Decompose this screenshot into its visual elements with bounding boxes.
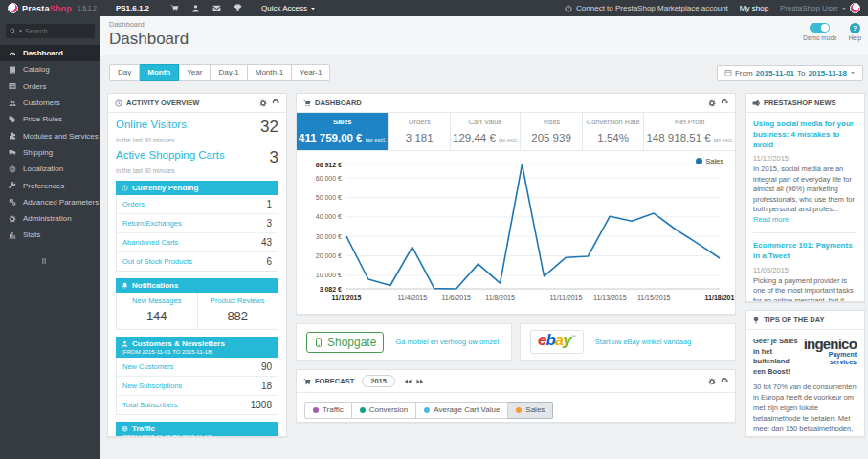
news-item-title[interactable]: Ecommerce 101: Payments in a Tweet — [753, 241, 857, 262]
plug-icon — [565, 5, 572, 12]
forward-icon[interactable] — [416, 378, 424, 385]
users-icon — [9, 99, 16, 107]
svg-text:11/4/2015: 11/4/2015 — [398, 295, 428, 301]
news-item-title[interactable]: Using social media for your business: 4 … — [753, 120, 857, 150]
sidebar-item-customers[interactable]: Customers — [0, 95, 100, 111]
marketplace-connect-link[interactable]: Connect to PrestaShop Marketplace accoun… — [565, 4, 728, 12]
cart-icon[interactable] — [170, 4, 179, 12]
lightbulb-icon — [752, 317, 760, 324]
customers-row-new-subscriptions[interactable]: New Subscriptions18 — [117, 377, 278, 396]
sidebar-item-localization[interactable]: Localization — [0, 161, 100, 177]
gear-icon[interactable] — [259, 99, 267, 107]
panel-title: TIPS OF THE DAY — [764, 316, 824, 324]
refresh-icon[interactable] — [721, 378, 728, 385]
my-shop-link[interactable]: My shop — [740, 4, 768, 12]
forecast-toggle-traffic[interactable]: Traffic — [304, 402, 352, 419]
kpi-conversion-rate[interactable]: Conversion Rate1.54% — [583, 113, 645, 150]
kpi-visits[interactable]: Visits205 939 — [521, 113, 583, 150]
user-menu[interactable]: PrestaShop User — [780, 3, 860, 13]
svg-text:11/1/2015: 11/1/2015 — [332, 295, 362, 301]
collapse-sidebar-icon[interactable] — [40, 257, 48, 265]
sidebar-item-advanced-parameters[interactable]: Advanced Parameters — [0, 194, 100, 210]
shopgate-logo: Shopgate — [306, 332, 384, 353]
new-messages-cell[interactable]: New Messages144 — [117, 293, 197, 329]
forecast-year[interactable]: 2015 — [362, 375, 395, 387]
online-visitors-value: 32 — [260, 119, 278, 135]
gear-icon[interactable] — [708, 99, 716, 107]
clock-icon — [115, 99, 122, 107]
cart-icon — [303, 99, 311, 107]
forecast-toggle-average-cart-value[interactable]: Average Cart Value — [416, 402, 508, 419]
user-icon — [122, 340, 128, 347]
sidebar-item-preferences[interactable]: Preferences — [0, 177, 100, 193]
customers-row-total-subscribers[interactable]: Total Subscribers1308 — [117, 396, 278, 414]
pending-row-abandoned-carts[interactable]: Abandoned Carts43 — [117, 233, 278, 252]
shopgate-link[interactable]: Ga mobiel en verhoog uw omzet — [395, 338, 499, 346]
user-icon[interactable] — [191, 4, 200, 12]
product-reviews-cell[interactable]: Product Reviews882 — [197, 293, 278, 329]
read-more-link[interactable]: Read more — [753, 215, 789, 224]
sidebar-item-shipping[interactable]: Shipping — [0, 144, 100, 161]
sidebar-search[interactable] — [6, 24, 95, 38]
svg-text:3 082 €: 3 082 € — [320, 286, 342, 293]
forecast-toggle-sales[interactable]: Sales — [508, 402, 553, 419]
kpi-cart-value[interactable]: Cart Value129,44 € tax excl. — [451, 113, 521, 150]
active-carts-link[interactable]: Active Shopping Carts — [116, 149, 225, 165]
globe-icon — [122, 426, 128, 432]
range-day-1-button[interactable]: Day-1 — [211, 64, 247, 81]
panel-title: PRESTASHOP NEWS — [764, 98, 836, 107]
range-year-1-button[interactable]: Year-1 — [292, 64, 330, 81]
sales-chart-container: Sales 66 912 €60 000 €50 000 €40 000 €30… — [297, 151, 735, 314]
refresh-icon[interactable] — [721, 99, 728, 107]
online-visitors-link[interactable]: Online Visitors — [116, 119, 187, 135]
demo-mode-label: Demo mode — [803, 34, 836, 41]
range-month-button[interactable]: Month — [140, 64, 179, 81]
prestashop-brand[interactable]: PrestaShop 1.6.1.2 — [8, 3, 97, 13]
help-label: Help — [849, 34, 861, 41]
shop-version-label: PS1.6.1.2 — [116, 4, 149, 12]
sidebar-item-stats[interactable]: Stats — [0, 227, 100, 243]
refresh-icon[interactable] — [272, 99, 279, 107]
kpi-orders[interactable]: Orders3 181 — [389, 113, 451, 150]
ebay-module: ebay™ Start uw eBay winkel vandaag — [520, 323, 736, 361]
chevron-down-icon — [841, 6, 847, 11]
help-icon[interactable]: ? — [850, 23, 860, 33]
chevron-down-icon[interactable] — [18, 29, 23, 33]
pending-row-returns[interactable]: Return/Exchanges3 — [117, 214, 278, 233]
sidebar-item-catalog[interactable]: Catalog — [0, 61, 100, 77]
mail-icon[interactable] — [212, 4, 221, 12]
customers-row-new-customers[interactable]: New Customers90 — [117, 358, 278, 377]
range-month-1-button[interactable]: Month-1 — [248, 64, 292, 81]
kpi-net-profit[interactable]: Net Profit148 918,51 € tax excl. — [644, 113, 735, 150]
legend-label: Sales — [705, 157, 723, 165]
sidebar-item-orders[interactable]: Orders — [0, 78, 100, 95]
range-day-button[interactable]: Day — [109, 64, 140, 81]
prestashop-news-panel: PRESTASHOP NEWS Using social media for y… — [745, 93, 865, 302]
sidebar-item-price-rules[interactable]: Price Rules — [0, 111, 100, 127]
chart-icon — [9, 231, 16, 239]
phone-icon — [314, 338, 323, 347]
svg-text:11/13/2015: 11/13/2015 — [593, 295, 627, 301]
chart-legend[interactable]: Sales — [696, 157, 723, 165]
pending-row-out-of-stock[interactable]: Out of Stock Products6 — [117, 252, 278, 271]
forecast-toggle-conversion[interactable]: Conversion — [352, 402, 416, 419]
sidebar-item-dashboard[interactable]: Dashboard — [0, 45, 100, 61]
date-range-picker[interactable]: From 2015-11-01 To 2015-11-18 — [717, 65, 863, 81]
trophy-icon[interactable] — [234, 4, 242, 12]
search-input[interactable] — [25, 27, 91, 35]
demo-mode-toggle[interactable] — [810, 23, 830, 33]
sidebar-item-modules[interactable]: Modules and Services — [0, 127, 100, 143]
quick-access-menu[interactable]: Quick Access — [261, 4, 316, 12]
sidebar-item-administration[interactable]: Administration — [0, 210, 100, 227]
svg-text:60 000 €: 60 000 € — [316, 175, 342, 182]
kpi-sales[interactable]: Sales411 759,00 € tax excl. — [297, 113, 389, 150]
range-year-button[interactable]: Year — [179, 64, 211, 81]
gear-icon[interactable] — [708, 378, 716, 385]
demo-mode-control: Demo mode — [803, 23, 836, 41]
rewind-icon[interactable] — [404, 378, 412, 385]
pending-row-orders[interactable]: Orders1 — [117, 195, 278, 214]
customers-newsletters-header: Customers & Newsletters (FROM 2015-11-01… — [116, 337, 278, 358]
ebay-link[interactable]: Start uw eBay winkel vandaag — [595, 338, 691, 346]
customers-date-range: (FROM 2015-11-01 TO 2015-11-18) — [122, 349, 273, 355]
list-icon — [9, 82, 16, 90]
